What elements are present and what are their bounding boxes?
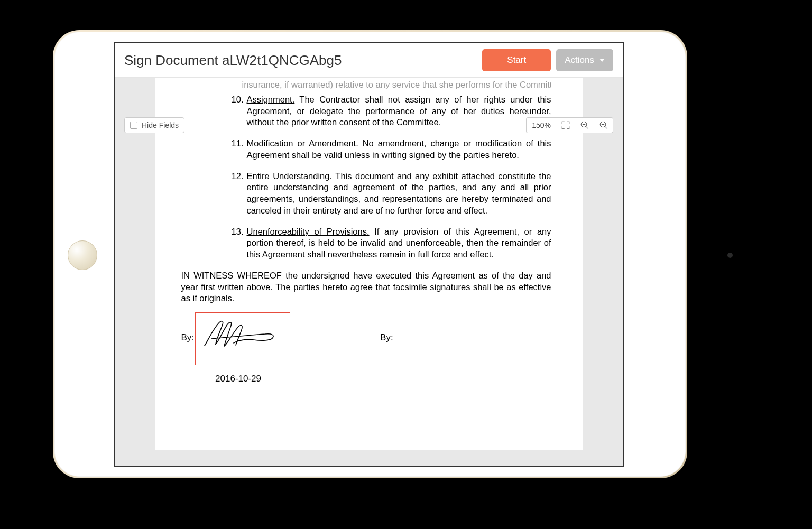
- by-label: By:: [380, 332, 393, 344]
- signature-icon: [197, 317, 287, 359]
- witness-paragraph: IN WITNESS WHEREOF the undersigned have …: [181, 270, 551, 304]
- clause-title: Entire Understanding.: [247, 171, 333, 181]
- page-title: Sign Document aLW2t1QNCGAbg5: [124, 52, 477, 69]
- clause-body: Modification or Amendment. No amendment,…: [247, 138, 551, 161]
- clause-number: 11.: [229, 138, 244, 161]
- clause-body: Entire Understanding. This document and …: [247, 171, 551, 217]
- actions-label: Actions: [565, 55, 594, 66]
- clause-number: 13.: [229, 226, 244, 261]
- actions-button[interactable]: Actions: [556, 49, 613, 71]
- signature-line-wrap: 2016-10-29: [194, 344, 296, 344]
- hide-fields-label: Hide Fields: [142, 121, 179, 129]
- app-screen: Sign Document aLW2t1QNCGAbg5 Start Actio…: [114, 42, 624, 467]
- document-viewport[interactable]: Hide Fields 150% insurance, if warranted…: [115, 78, 623, 466]
- clause-13: 13. Unenforceability of Provisions. If a…: [229, 226, 551, 261]
- clause-title: Unenforceability of Provisions.: [247, 227, 370, 236]
- clause-11: 11. Modification or Amendment. No amendm…: [229, 138, 551, 161]
- signature-line[interactable]: [394, 344, 490, 344]
- clause-title: Assignment.: [247, 95, 295, 104]
- chevron-down-icon: [599, 59, 605, 62]
- cutoff-text: insurance, if warranted) relative to any…: [242, 79, 551, 91]
- clause-body: Assignment. The Contractor shall not ass…: [247, 94, 551, 128]
- start-button[interactable]: Start: [482, 49, 551, 71]
- signature-date: 2016-10-29: [215, 373, 261, 385]
- clause-body: Unenforceability of Provisions. If any p…: [247, 226, 551, 261]
- clause-12: 12. Entire Understanding. This document …: [229, 171, 551, 217]
- zoom-out-icon: [580, 120, 589, 130]
- by-label: By:: [181, 332, 195, 344]
- clause-title: Modification or Amendment.: [247, 138, 358, 148]
- camera-icon: [727, 253, 733, 258]
- zoom-out-button[interactable]: [575, 117, 594, 133]
- svg-line-1: [586, 126, 588, 129]
- clause-number: 12.: [229, 171, 244, 217]
- signature-row: By: 2016-10-29 By:: [181, 332, 551, 344]
- hide-fields-toggle[interactable]: Hide Fields: [124, 117, 184, 133]
- zoom-level[interactable]: 150%: [526, 117, 556, 133]
- signature-block-1: By: 2016-10-29: [181, 332, 296, 344]
- clause-number: 10.: [229, 94, 244, 128]
- app-header: Sign Document aLW2t1QNCGAbg5 Start Actio…: [115, 43, 623, 78]
- fit-to-screen-button[interactable]: [556, 117, 575, 133]
- svg-line-4: [605, 126, 607, 129]
- clause-10: 10. Assignment. The Contractor shall not…: [229, 94, 551, 128]
- checkbox-icon[interactable]: [130, 122, 137, 129]
- zoom-in-button[interactable]: [594, 117, 613, 133]
- expand-icon: [561, 120, 570, 130]
- signature-block-2: By:: [380, 332, 490, 344]
- zoom-in-icon: [599, 120, 608, 130]
- zoom-toolbar: 150%: [526, 117, 613, 133]
- document-page: insurance, if warranted) relative to any…: [155, 78, 583, 450]
- home-button[interactable]: [68, 240, 97, 270]
